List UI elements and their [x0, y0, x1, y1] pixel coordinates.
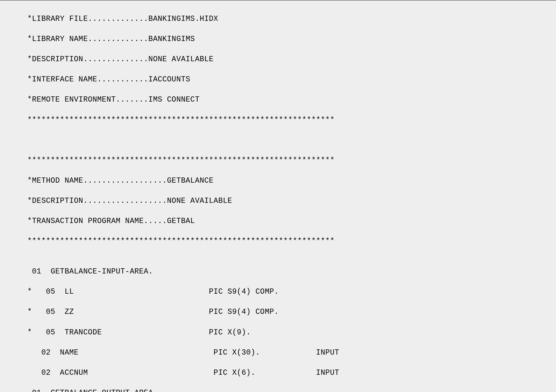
field-ll-input: * 05 LL PIC S9(4) COMP. [27, 287, 556, 297]
code-listing: *LIBRARY FILE.............BANKINGIMS.HID… [0, 0, 556, 392]
field-trancode: * 05 TRANCODE PIC X(9). [27, 328, 556, 338]
method-description: *DESCRIPTION..................NONE AVAIL… [27, 196, 556, 206]
record-input-area: 01 GETBALANCE-INPUT-AREA. [27, 267, 556, 277]
field-accnum: 02 ACCNUM PIC X(6). INPUT [27, 368, 556, 378]
record-output-area: 01 GETBALANCE-OUTPUT-AREA. [27, 388, 556, 392]
method-name: *METHOD NAME..................GETBALANCE [27, 176, 556, 186]
field-zz-input: * 05 ZZ PIC S9(4) COMP. [27, 307, 556, 317]
transaction-program-name: *TRANSACTION PROGRAM NAME.....GETBAL [27, 216, 556, 226]
header-library-file: *LIBRARY FILE.............BANKINGIMS.HID… [27, 14, 556, 24]
field-name: 02 NAME PIC X(30). INPUT [27, 348, 556, 358]
separator-line: ****************************************… [27, 115, 556, 125]
header-description: *DESCRIPTION..............NONE AVAILABLE [27, 54, 556, 64]
separator-line: ****************************************… [27, 156, 556, 166]
header-library-name: *LIBRARY NAME.............BANKINGIMS [27, 34, 556, 44]
header-interface-name: *INTERFACE NAME...........IACCOUNTS [27, 75, 556, 85]
header-remote-environment: *REMOTE ENVIRONMENT.......IMS CONNECT [27, 95, 556, 105]
separator-line: ****************************************… [27, 236, 556, 246]
